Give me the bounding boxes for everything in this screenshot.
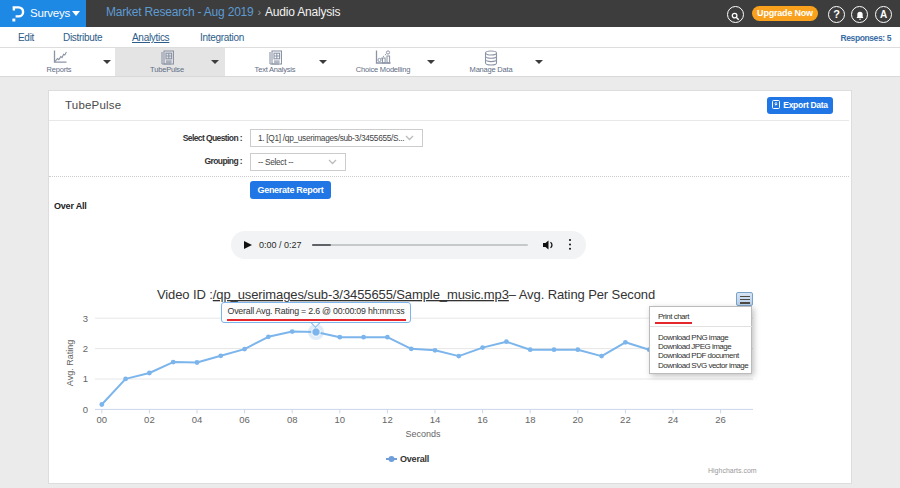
svg-text:Seconds: Seconds	[405, 429, 441, 439]
svg-text:16: 16	[477, 414, 488, 425]
svg-text:04: 04	[192, 414, 203, 425]
svg-text:2: 2	[83, 343, 88, 354]
svg-text:24: 24	[668, 414, 679, 425]
svg-text:Avg. Rating: Avg. Rating	[65, 340, 75, 386]
svg-text:1: 1	[83, 373, 88, 384]
svg-text:10: 10	[335, 414, 346, 425]
svg-text:14: 14	[430, 414, 441, 425]
svg-text:08: 08	[287, 414, 298, 425]
svg-text:3: 3	[83, 313, 88, 324]
svg-text:02: 02	[144, 414, 155, 425]
svg-text:00: 00	[97, 414, 108, 425]
svg-text:06: 06	[239, 414, 250, 425]
svg-text:12: 12	[382, 414, 393, 425]
svg-text:18: 18	[525, 414, 536, 425]
svg-text:20: 20	[573, 414, 584, 425]
svg-text:Video ID :/qp_userimages/sub-3: Video ID :/qp_userimages/sub-3/3455655/S…	[157, 287, 655, 302]
svg-text:26: 26	[715, 414, 726, 425]
svg-text:0: 0	[83, 404, 88, 415]
svg-text:22: 22	[620, 414, 631, 425]
